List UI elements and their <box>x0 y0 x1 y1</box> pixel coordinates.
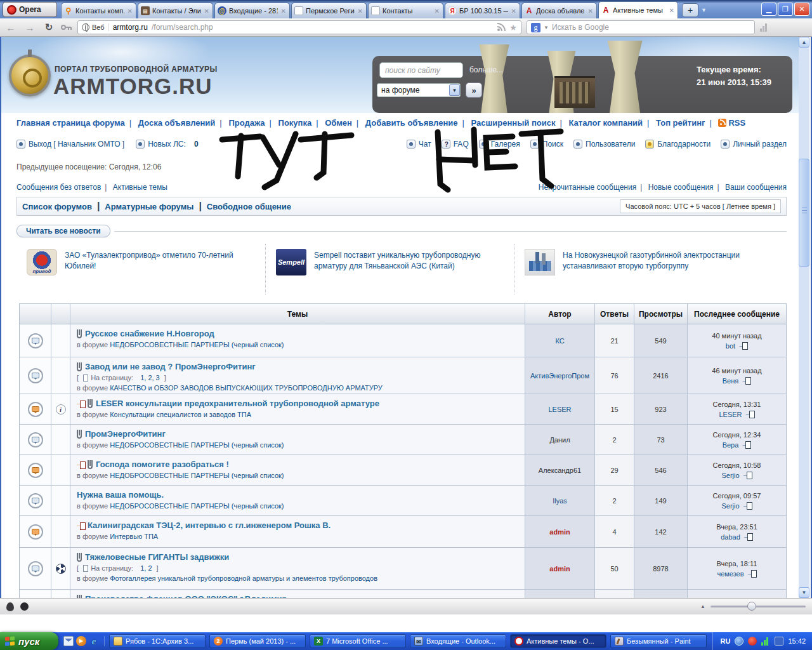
search-engine-caret-icon[interactable]: ▼ <box>544 25 549 30</box>
browser-tab[interactable]: Пермское Регио... ✕ <box>291 3 367 18</box>
zoom-slider-thumb[interactable] <box>747 602 756 611</box>
opera-menu-button[interactable]: Opera <box>3 2 57 17</box>
taskbar-window-perm[interactable]: 2 Пермь (май 2013) - ... <box>209 634 306 648</box>
your-messages-link[interactable]: Ваши сообщения <box>725 183 787 192</box>
armature-forums-link[interactable]: Арматурные форумы <box>105 202 193 211</box>
thanks-link[interactable]: Благодарности <box>645 140 710 149</box>
tab-close-icon[interactable]: ✕ <box>434 8 440 15</box>
goto-last-post-icon[interactable] <box>741 377 751 385</box>
goto-last-post-icon[interactable] <box>747 570 757 578</box>
back-button[interactable]: ← <box>4 22 18 33</box>
restore-button[interactable]: ❐ <box>778 3 793 16</box>
browser-tab-active[interactable]: A Активные темы ✕ <box>598 1 678 18</box>
author-link[interactable]: АктивЭнергоПром <box>530 372 589 380</box>
nav-companies[interactable]: Каталог компаний <box>568 118 643 128</box>
tab-close-icon[interactable]: ✕ <box>511 8 517 15</box>
topic-title-link[interactable]: Завод или не завод ? ПромЭнергоФитинг <box>85 362 256 371</box>
last-post-user-link[interactable]: bot <box>726 342 735 350</box>
free-talk-link[interactable]: Свободное общение <box>207 202 291 211</box>
goto-last-post-icon[interactable] <box>742 502 752 510</box>
news-item[interactable]: привод ЗАО «Тулаэлектропривод» отметило … <box>16 244 265 295</box>
active-topics-link[interactable]: Активные темы <box>113 183 167 192</box>
tray-wifi-icon[interactable] <box>761 637 770 646</box>
google-search-input[interactable] <box>552 23 750 32</box>
nav-rss[interactable]: RSS <box>728 118 745 128</box>
last-post-user-link[interactable]: чемезев <box>717 570 743 578</box>
unread-messages-link[interactable]: Непрочитанные сообщения <box>539 183 636 192</box>
internet-explorer-icon[interactable]: e <box>89 636 99 646</box>
tab-list-caret-icon[interactable]: ▼ <box>701 7 707 13</box>
browser-tab[interactable]: Я БР 100.30.15 — ... ✕ <box>445 3 520 18</box>
page-links[interactable]: 1, 2 <box>140 564 152 572</box>
nav-forum-home[interactable]: Главная страница форума <box>16 118 125 128</box>
rss-icon[interactable] <box>497 23 506 32</box>
goto-last-post-icon[interactable] <box>742 472 752 479</box>
scroll-up-icon[interactable]: ▲ <box>799 37 809 48</box>
page-links[interactable]: 1, 2, 3 <box>140 374 160 381</box>
author-link[interactable]: КС <box>555 337 564 345</box>
gallery-link[interactable]: Галерея <box>479 140 520 149</box>
search-link[interactable]: Поиск <box>530 140 563 149</box>
news-link[interactable]: ЗАО «Тулаэлектропривод» отметило 70-летн… <box>65 246 259 295</box>
topic-title-link[interactable]: LESER консультации предохранительной тру… <box>96 399 379 408</box>
news-link[interactable]: Sempell поставит уникальную трубопроводн… <box>314 246 508 295</box>
forum-link[interactable]: НЕДОБРОСОВЕСТНЫЕ ПАРТНЕРЫ (черный список… <box>110 502 284 510</box>
key-icon[interactable] <box>61 24 72 30</box>
browser-tab[interactable]: A Доска объявле... ✕ <box>521 3 597 18</box>
new-tab-button[interactable]: + <box>682 3 698 17</box>
taskbar-window-1c[interactable]: Рябов - 1С:Архив 3... <box>109 634 206 648</box>
news-item[interactable]: Sempell Sempell поставит уникальную труб… <box>265 244 514 295</box>
tab-close-icon[interactable]: ✕ <box>127 8 133 15</box>
tray-network-icon[interactable] <box>775 637 783 646</box>
browser-tab[interactable]: ▤ Контакты / Эли... ✕ <box>138 3 213 18</box>
search-more-link[interactable]: больше... <box>469 65 503 74</box>
select-arrow-icon[interactable]: ▼ <box>449 84 460 96</box>
nav-board[interactable]: Доска объявлений <box>138 118 216 128</box>
chat-link[interactable]: Чат <box>407 140 431 149</box>
tray-update-icon[interactable] <box>735 637 743 646</box>
forum-link[interactable]: Консультации специалистов и заводов ТПА <box>110 411 251 418</box>
tray-opera-icon[interactable] <box>748 637 757 646</box>
media-player-icon[interactable]: ▶ <box>76 636 86 646</box>
goto-last-post-icon[interactable] <box>743 533 753 541</box>
last-post-user-link[interactable]: LESER <box>719 411 742 418</box>
forum-link[interactable]: НЕДОБРОСОВЕСТНЫЕ ПАРТНЕРЫ (черный список… <box>110 472 284 479</box>
goto-last-post-icon[interactable] <box>745 411 755 418</box>
taskbar-window-outlook[interactable]: ✉ Входящие - Outlook... <box>410 634 506 648</box>
author-link[interactable]: LESER <box>548 406 571 413</box>
tab-close-icon[interactable]: ✕ <box>587 8 594 15</box>
zoom-slider[interactable] <box>710 606 806 607</box>
taskbar-window-paint[interactable]: Безымянный - Paint <box>610 634 707 648</box>
author-link[interactable]: Ilyas <box>553 497 567 505</box>
search-go-button[interactable]: » <box>466 83 482 98</box>
goto-last-post-icon[interactable] <box>738 342 748 350</box>
last-post-user-link[interactable]: Serjio <box>721 502 739 510</box>
new-pm-link[interactable]: Новых ЛС: 0 <box>136 140 199 149</box>
forum-link[interactable]: Фотогаллерея уникальной трубопроводной а… <box>110 574 377 582</box>
close-button[interactable]: ✕ <box>794 3 809 16</box>
url-field[interactable]: Веб armtorg.ru /forum/search.php ★ <box>77 20 521 34</box>
tab-close-icon[interactable]: ✕ <box>280 8 287 15</box>
topic-title-link[interactable]: ПромЭнергоФитинг <box>85 429 166 439</box>
reload-button[interactable]: ↻ <box>42 22 56 33</box>
topic-title-link[interactable]: Русское снабжение Н.Новгород <box>85 329 214 338</box>
nav-advanced-search[interactable]: Расширенный поиск <box>471 118 556 128</box>
topic-title-link[interactable]: Господа помогите разобраться ! <box>96 460 229 469</box>
start-button[interactable]: пуск <box>0 632 58 650</box>
forum-link[interactable]: Интервью ТПА <box>110 533 158 540</box>
read-all-news-button[interactable]: Читать все новости <box>16 225 110 237</box>
search-scope-select[interactable]: на форуме ▼ <box>377 83 461 97</box>
new-messages-link[interactable]: Новые сообщения <box>648 183 714 192</box>
zoom-menu-icon[interactable]: ▲ <box>700 604 705 609</box>
last-post-user-link[interactable]: dabad <box>721 533 740 541</box>
nav-buy[interactable]: Покупка <box>278 118 312 128</box>
topic-title-link[interactable]: Калиниградская ТЭЦ-2, интервью с гл.инже… <box>88 521 331 530</box>
tab-close-icon[interactable]: ✕ <box>357 8 363 15</box>
forum-link[interactable]: НЕДОБРОСОВЕСТНЫЕ ПАРТНЕРЫ (черный список… <box>110 341 284 348</box>
browser-tab[interactable]: Контакты ✕ <box>368 3 443 18</box>
logout-link[interactable]: Выход [ Начальник ОМТО ] <box>16 140 124 149</box>
unanswered-link[interactable]: Сообщения без ответов <box>16 183 101 192</box>
outlook-express-icon[interactable] <box>63 636 74 646</box>
faq-link[interactable]: FAQ <box>442 140 469 149</box>
scroll-down-icon[interactable]: ▼ <box>799 587 809 598</box>
